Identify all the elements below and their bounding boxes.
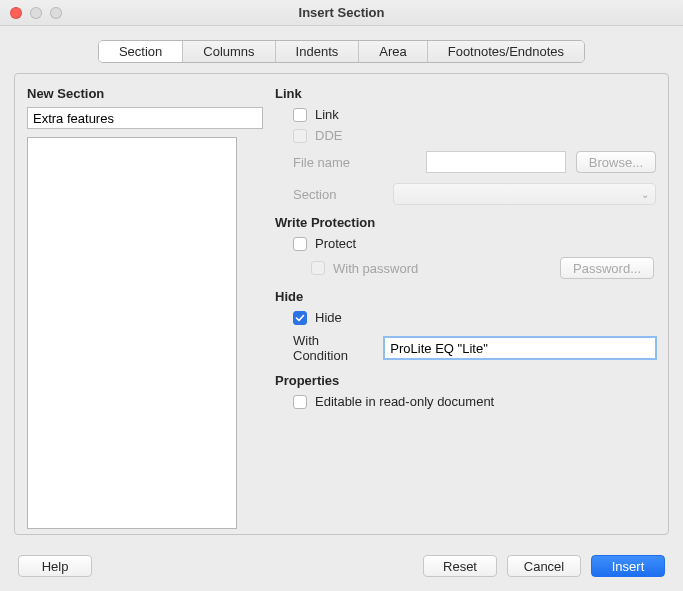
- section-select[interactable]: ⌄: [393, 183, 656, 205]
- properties-heading: Properties: [275, 373, 656, 388]
- dde-checkbox-label: DDE: [315, 128, 342, 143]
- write-protection-group: Write Protection Protect With password P…: [275, 215, 656, 279]
- link-checkbox-label: Link: [315, 107, 339, 122]
- write-protection-heading: Write Protection: [275, 215, 656, 230]
- protect-checkbox[interactable]: [293, 237, 307, 251]
- tab-area[interactable]: Area: [359, 41, 427, 62]
- left-column: New Section: [27, 82, 263, 522]
- editable-checkbox[interactable]: [293, 395, 307, 409]
- browse-button[interactable]: Browse...: [576, 151, 656, 173]
- with-condition-input[interactable]: [384, 337, 656, 359]
- section-list[interactable]: [27, 137, 237, 529]
- titlebar: Insert Section: [0, 0, 683, 26]
- window-controls: [10, 7, 62, 19]
- editable-checkbox-label: Editable in read-only document: [315, 394, 494, 409]
- section-name-input[interactable]: [27, 107, 263, 129]
- filename-input[interactable]: [426, 151, 566, 173]
- with-password-label: With password: [333, 261, 418, 276]
- window-title: Insert Section: [0, 5, 683, 20]
- chevron-down-icon: ⌄: [641, 189, 649, 200]
- minimize-icon: [30, 7, 42, 19]
- hide-group: Hide Hide With Condition: [275, 289, 656, 363]
- new-section-heading: New Section: [27, 86, 263, 101]
- content-panel: New Section Link Link DDE File name Brow…: [14, 73, 669, 535]
- insert-button[interactable]: Insert: [591, 555, 665, 577]
- section-select-label: Section: [293, 187, 383, 202]
- hide-heading: Hide: [275, 289, 656, 304]
- tab-indents[interactable]: Indents: [276, 41, 360, 62]
- cancel-button[interactable]: Cancel: [507, 555, 581, 577]
- hide-checkbox[interactable]: [293, 311, 307, 325]
- close-icon[interactable]: [10, 7, 22, 19]
- properties-group: Properties Editable in read-only documen…: [275, 373, 656, 409]
- with-password-checkbox: [311, 261, 325, 275]
- password-button[interactable]: Password...: [560, 257, 654, 279]
- help-button[interactable]: Help: [18, 555, 92, 577]
- tab-bar: Section Columns Indents Area Footnotes/E…: [0, 26, 683, 73]
- link-checkbox[interactable]: [293, 108, 307, 122]
- dde-checkbox: [293, 129, 307, 143]
- tab-footnotes-endnotes[interactable]: Footnotes/Endnotes: [428, 41, 584, 62]
- protect-checkbox-label: Protect: [315, 236, 356, 251]
- hide-checkbox-label: Hide: [315, 310, 342, 325]
- link-heading: Link: [275, 86, 656, 101]
- zoom-icon: [50, 7, 62, 19]
- tab-columns[interactable]: Columns: [183, 41, 275, 62]
- dialog-footer: Help Reset Cancel Insert: [0, 543, 683, 591]
- link-group: Link Link DDE File name Browse... Sectio…: [275, 86, 656, 205]
- tab-section[interactable]: Section: [99, 41, 183, 62]
- reset-button[interactable]: Reset: [423, 555, 497, 577]
- filename-label: File name: [293, 155, 383, 170]
- with-condition-label: With Condition: [293, 333, 374, 363]
- right-column: Link Link DDE File name Browse... Sectio…: [275, 82, 656, 522]
